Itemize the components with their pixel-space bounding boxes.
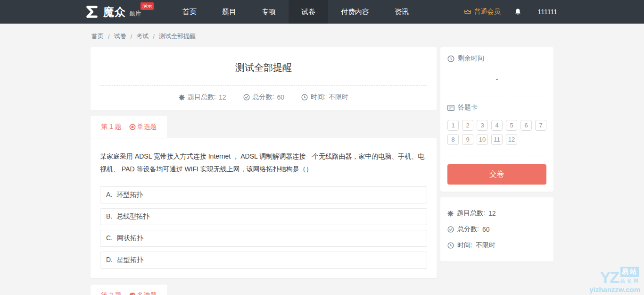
stat-label: 时间: [311,93,326,101]
nav-item-home[interactable]: 首页 [170,0,209,24]
question-1-card: 某家庭采用 ADSL 宽带接入方式连接 Internet ， ADSL 调制解调… [91,138,437,278]
answer-num-5[interactable]: 5 [506,120,517,131]
nav-item-paid-content[interactable]: 付费内容 [328,0,382,24]
exam-stats-row: 题目总数: 12 总分数: 60 时间: [100,86,427,110]
option-c[interactable]: C. 网状拓扑 [100,230,427,247]
breadcrumb-separator: / [108,33,110,40]
answer-num-7[interactable]: 7 [535,120,546,131]
check-circle-icon [447,226,454,233]
breadcrumb: 首页 / 试卷 / 考试 / 测试全部提醒 [91,24,553,47]
stat-label: 总分数: [457,225,479,234]
stat-time-limit: 时间: 不限时 [447,237,546,253]
option-a[interactable]: A. 环型拓扑 [100,186,427,203]
option-text: 星型拓扑 [117,256,143,264]
clock-icon [301,94,308,101]
sigma-logo-icon [84,4,100,20]
stat-label: 总分数: [253,93,274,101]
answer-num-10[interactable]: 10 [477,134,488,145]
breadcrumb-separator: / [131,33,132,40]
nav-item-special[interactable]: 专项 [249,0,289,24]
option-key: A. [106,191,112,199]
exam-control-card: 剩余时间 - 答题卡 1 2 3 4 5 6 7 [440,47,553,192]
answer-num-1[interactable]: 1 [447,120,459,131]
option-key: C. [106,234,113,243]
stat-value: 12 [219,93,226,101]
question-1-block: 第 1 题 单选题 某家庭采用 ADSL 宽带接入方式连接 Internet ，… [91,110,437,278]
demo-badge: 演示 [140,2,154,10]
nav-item-questions[interactable]: 题目 [209,0,249,24]
gear-icon [447,211,454,217]
answer-num-4[interactable]: 4 [491,120,503,131]
stat-label: 时间: [457,241,472,250]
question-number: 第 1 题 [101,123,122,131]
question-type-label: 单选题 [137,123,157,131]
remaining-time-header: 剩余时间 [447,54,546,63]
check-circle-solid-icon [129,292,136,295]
stat-total-questions: 题目总数: 12 [447,205,546,221]
remaining-time-label: 剩余时间 [458,54,484,63]
option-b[interactable]: B. 总线型拓扑 [100,208,427,225]
answer-num-8[interactable]: 8 [447,134,459,145]
question-1-tab: 第 1 题 单选题 [91,116,167,138]
notifications-button[interactable] [514,8,521,16]
stat-total-score: 总分数: 60 [447,221,546,237]
exam-info-card: 题目总数: 12 总分数: 60 时间: 不限时 [440,197,553,261]
option-text: 总线型拓扑 [116,212,149,221]
member-level-label: 普通会员 [474,8,500,16]
answer-num-9[interactable]: 9 [462,134,473,145]
breadcrumb-home[interactable]: 首页 [91,32,104,41]
nav-links: 首页 题目 专项 试卷 付费内容 资讯 [170,0,421,24]
answer-num-6[interactable]: 6 [520,120,532,131]
nav-item-papers[interactable]: 试卷 [289,0,328,24]
stat-total-score: 总分数: 60 [243,93,284,101]
site-watermark: YZ 易站 站长网 yizhanzzw.com [589,267,640,294]
exam-title: 测试全部提醒 [100,47,427,85]
question-type-badge: 单选题 [129,123,157,131]
stat-label: 题目总数: [457,209,485,218]
bell-icon [514,8,521,16]
stat-value: 60 [482,226,490,233]
stat-total-questions: 题目总数: 12 [179,93,226,101]
answer-card-header: 答题卡 [447,103,546,112]
question-type-badge: 多选题 [129,291,157,295]
option-d[interactable]: D. 星型拓扑 [100,252,427,269]
stat-value: 60 [277,93,284,101]
answer-num-12[interactable]: 12 [506,134,517,145]
breadcrumb-exam[interactable]: 考试 [136,32,149,41]
member-level-link[interactable]: 普通会员 [464,8,500,16]
answer-num-11[interactable]: 11 [491,134,503,145]
answer-number-grid: 1 2 3 4 5 6 7 8 9 10 11 12 [447,112,546,157]
watermark-brand: 易站 [620,267,639,277]
clock-icon [447,242,454,249]
stat-value: 不限时 [476,241,495,250]
answer-num-2[interactable]: 2 [462,120,473,131]
answer-card-label: 答题卡 [458,103,478,112]
breadcrumb-current: 测试全部提醒 [159,32,196,41]
option-key: B. [106,212,112,221]
question-type-label: 多选题 [137,291,157,295]
answer-num-3[interactable]: 3 [477,120,488,131]
gear-icon [179,94,185,101]
nav-item-news[interactable]: 资讯 [382,0,421,24]
submit-paper-button[interactable]: 交卷 [447,164,546,185]
options-list: A. 环型拓扑 B. 总线型拓扑 C. 网状拓扑 D. [100,186,427,269]
remaining-time-value: - [447,63,546,96]
crown-icon [464,8,471,15]
dashed-divider [447,96,546,96]
exam-header-card: 测试全部提醒 题目总数: 12 总分数: [91,47,437,110]
top-navbar: 魔众 题库 演示 首页 题目 专项 试卷 付费内容 资讯 普通会员 [0,0,644,24]
brand-logo-area[interactable]: 魔众 题库 演示 [84,0,157,24]
option-text: 网状拓扑 [117,234,143,243]
watermark-domain: yizhanzzw.com [589,286,640,294]
question-text: 某家庭采用 ADSL 宽带接入方式连接 Internet ， ADSL 调制解调… [100,150,427,176]
check-circle-icon [243,94,250,101]
question-2-block: 第 2 题 多选题 [91,278,437,295]
watermark-logo: YZ [600,270,619,285]
stat-value: 12 [488,210,496,217]
breadcrumb-papers[interactable]: 试卷 [114,32,126,41]
stat-value: 不限时 [329,93,348,101]
clock-icon [447,55,454,62]
option-text: 环型拓扑 [116,191,143,199]
username-menu[interactable]: 111111 [537,8,557,16]
brand-subtitle: 题库 [129,9,141,18]
